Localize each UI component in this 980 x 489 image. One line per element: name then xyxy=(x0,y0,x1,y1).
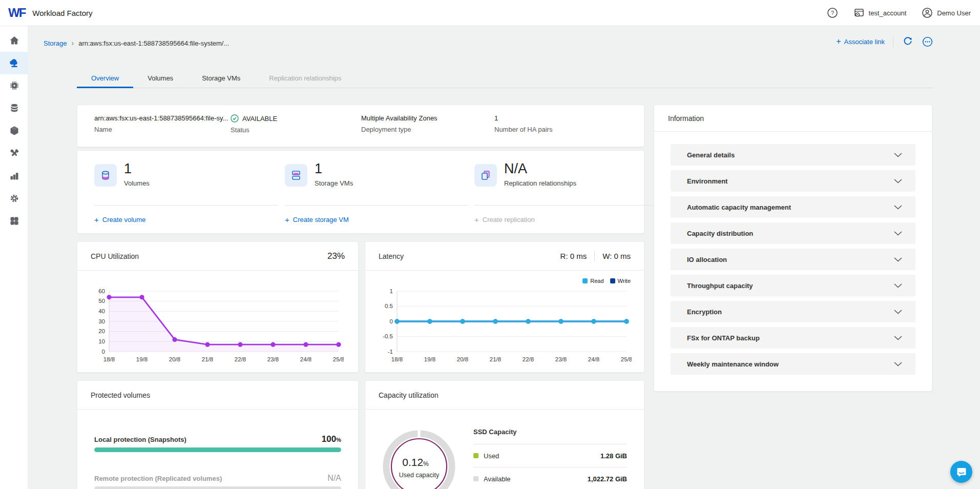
divider xyxy=(285,205,468,206)
divider xyxy=(94,205,278,206)
tab-storage-vms[interactable]: Storage VMs xyxy=(187,70,255,88)
svg-text:18/8: 18/8 xyxy=(391,356,403,362)
main-area: Storage › arn:aws:fsx:us-east-1:58873859… xyxy=(28,26,980,489)
information-panel: Information General detailsEnvironmentAu… xyxy=(654,105,932,392)
svg-text:24/8: 24/8 xyxy=(588,356,599,362)
status-check-icon xyxy=(231,114,239,123)
svg-text:25/8: 25/8 xyxy=(333,356,344,362)
accordion-environment[interactable]: Environment xyxy=(671,170,915,192)
cpu-current-value: 23% xyxy=(327,251,345,261)
refresh-icon[interactable] xyxy=(902,35,914,48)
svg-text:24/8: 24/8 xyxy=(300,356,311,362)
summary-status: AVAILABLE Status xyxy=(231,114,361,147)
chevron-down-icon xyxy=(894,257,902,262)
local-protection-bar xyxy=(94,447,341,452)
storage-vms-count: 1 xyxy=(315,161,322,177)
associate-link-button[interactable]: + Associate link xyxy=(836,37,885,46)
left-nav xyxy=(0,26,28,489)
available-capacity-row: Available 1,022.72 GiB xyxy=(473,467,627,489)
more-menu-icon[interactable] xyxy=(921,35,933,48)
svg-text:23/8: 23/8 xyxy=(267,356,279,362)
svg-text:22/8: 22/8 xyxy=(523,356,534,362)
svg-text:19/8: 19/8 xyxy=(136,356,148,362)
summary-ha-pairs: 1 Number of HA pairs xyxy=(494,114,552,147)
chat-launcher-button[interactable] xyxy=(950,461,972,483)
svg-text:10: 10 xyxy=(98,338,105,344)
breadcrumb-storage-link[interactable]: Storage xyxy=(44,39,67,47)
volumes-count: 1 xyxy=(124,161,132,177)
accordion-encryption[interactable]: Encryption xyxy=(671,301,915,322)
breadcrumb: Storage › arn:aws:fsx:us-east-1:58873859… xyxy=(44,39,229,47)
nav-tools-icon[interactable] xyxy=(0,142,28,165)
svg-text:0.5: 0.5 xyxy=(385,303,393,309)
replication-count: N/A xyxy=(504,161,527,177)
user-name: Demo User xyxy=(937,9,971,17)
chevron-down-icon xyxy=(894,362,902,366)
create-storage-vm-button[interactable]: +Create storage VM xyxy=(285,215,349,224)
chevron-down-icon xyxy=(894,231,902,236)
accordion-capacity-distribution[interactable]: Capacity distribution xyxy=(671,222,915,244)
latency-card: Latency R: 0 ms W: 0 ms Read Write -1-0.… xyxy=(365,241,644,373)
status-badge: AVAILABLE xyxy=(242,115,277,123)
svg-text:22/8: 22/8 xyxy=(235,356,246,362)
nav-database-icon[interactable] xyxy=(0,97,28,119)
accordion-automatic-capacity-management[interactable]: Automatic capacity management xyxy=(671,196,915,218)
user-menu[interactable]: Demo User xyxy=(922,7,971,18)
nav-packages-icon[interactable] xyxy=(0,119,28,142)
accordion-io-allocation[interactable]: IO allocation xyxy=(671,249,915,270)
capacity-utilization-card: Capacity utilization 0.12% Used capacity… xyxy=(365,380,644,489)
chevron-down-icon xyxy=(894,283,902,288)
information-title: Information xyxy=(654,105,932,132)
nav-home-icon[interactable] xyxy=(0,29,28,52)
nav-metrics-icon[interactable] xyxy=(0,165,28,187)
svg-text:0: 0 xyxy=(102,349,105,355)
tab-overview[interactable]: Overview xyxy=(77,70,133,88)
latency-write-value: W: 0 ms xyxy=(602,252,631,260)
divider xyxy=(474,205,658,206)
svg-text:0: 0 xyxy=(390,318,393,324)
app-title: Workload Factory xyxy=(32,9,92,17)
summary-deployment: Multiple Availability Zones Deployment t… xyxy=(361,114,494,147)
divider xyxy=(594,251,595,261)
nav-apps-icon[interactable] xyxy=(0,210,28,232)
cpu-utilization-card: CPU Utilization 23% 010203040506018/819/… xyxy=(77,241,359,373)
nav-storage-icon[interactable] xyxy=(0,52,28,74)
svg-text:?: ? xyxy=(830,10,833,16)
ssd-capacity-heading: SSD Capacity xyxy=(473,428,627,444)
chevron-down-icon xyxy=(894,153,902,157)
create-replication-button[interactable]: +Create replication xyxy=(474,215,535,224)
accordion-fsx-for-ontap-backup[interactable]: FSx for ONTAP backup xyxy=(671,327,915,349)
nav-compute-icon[interactable] xyxy=(0,74,28,97)
used-capacity-donut: 0.12% Used capacity xyxy=(381,428,457,489)
create-volume-button[interactable]: +Create volume xyxy=(94,215,145,224)
information-accordion: General detailsEnvironmentAutomatic capa… xyxy=(654,132,932,375)
plus-icon: + xyxy=(836,37,841,46)
actions-divider xyxy=(893,36,893,47)
svg-text:30: 30 xyxy=(98,318,105,324)
account-console-icon xyxy=(853,7,865,18)
svg-text:20/8: 20/8 xyxy=(457,356,468,362)
account-switcher[interactable]: test_account xyxy=(853,7,907,18)
local-protection-row: Local protection (Snapshots) 100% xyxy=(94,434,341,444)
remote-protection-bar xyxy=(94,486,341,489)
chevron-down-icon xyxy=(894,179,902,184)
protected-volumes-title: Protected volumes xyxy=(91,391,150,399)
help-icon[interactable]: ? xyxy=(827,7,838,18)
accordion-general-details[interactable]: General details xyxy=(671,144,915,166)
accordion-weekly-maintenance-window[interactable]: Weekly maintenance window xyxy=(671,353,915,375)
svg-text:20: 20 xyxy=(98,328,105,334)
svg-text:-1: -1 xyxy=(388,349,393,355)
accordion-throughput-capacity[interactable]: Throughput capacity xyxy=(671,275,915,296)
breadcrumb-current: arn:aws:fsx:us-east-1:588738595664:file-… xyxy=(78,39,229,47)
storage-vm-icon xyxy=(285,164,307,187)
svg-text:60: 60 xyxy=(98,288,105,294)
summary-name: arn:aws:fsx:us-east-1:588738595664:file-… xyxy=(94,114,231,147)
tab-volumes[interactable]: Volumes xyxy=(133,70,187,88)
tab-replication-relationships[interactable]: Replication relationships xyxy=(255,70,356,88)
cpu-utilization-chart: 010203040506018/819/820/821/822/823/824/… xyxy=(89,287,344,365)
svg-text:50: 50 xyxy=(98,298,105,304)
read-legend-swatch xyxy=(582,278,588,283)
nav-settings-icon[interactable] xyxy=(0,187,28,210)
write-legend-swatch xyxy=(610,278,615,283)
latency-read-value: R: 0 ms xyxy=(560,252,587,260)
